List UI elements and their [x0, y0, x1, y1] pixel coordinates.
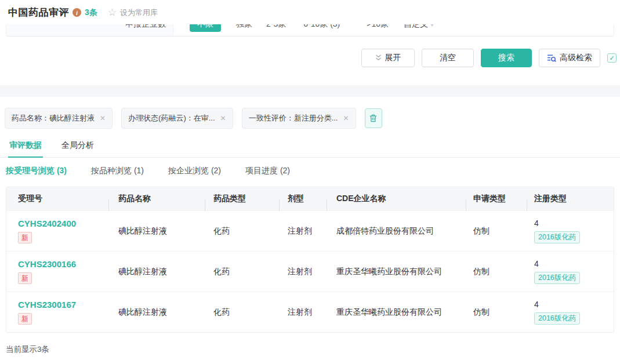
cell-acceptance: CYHS2300167 新	[6, 300, 108, 325]
filter-tag-status: 办理状态(药融云)：在审... ✕	[121, 108, 233, 129]
clear-all-filters-button[interactable]	[365, 108, 382, 128]
close-icon[interactable]: ✕	[343, 114, 349, 122]
cell-application-type: 仿制	[466, 267, 527, 277]
search-filter-panel: 申报企业数 不限 独家 2-5家 6-10家 (3) >10家 自定义 ▾	[6, 24, 614, 37]
filter-tag-label: 一致性评价：新注册分类...	[249, 113, 338, 123]
filter-option-custom[interactable]: 自定义	[404, 24, 428, 30]
page-title: 中国药品审评	[8, 6, 69, 19]
cell-company: 成都倍特药业股份有限公司	[327, 226, 466, 236]
check-icon: ✓	[609, 54, 614, 62]
filter-option-gt10[interactable]: >10家	[367, 24, 389, 30]
registration-number: 4	[534, 300, 614, 309]
col-dosage-form: 剂型	[279, 194, 327, 204]
close-icon[interactable]: ✕	[100, 114, 106, 122]
result-summary: 当前显示3条	[6, 344, 49, 355]
filter-option-any[interactable]: 不限	[190, 24, 221, 32]
cell-drug-name: 碘比醇注射液	[108, 267, 205, 277]
tab-review-data[interactable]: 审评数据	[8, 139, 43, 158]
acceptance-no-link[interactable]: CYHS2300167	[18, 300, 108, 310]
filter-option-2-5[interactable]: 2-5家	[266, 24, 286, 30]
new-badge: 新	[18, 232, 32, 243]
cell-company: 重庆圣华曦药业股份有限公司	[327, 307, 466, 318]
cell-application-type: 仿制	[466, 307, 527, 318]
cell-acceptance: CYHS2300166 新	[6, 259, 108, 284]
advanced-search-label: 高级检索	[560, 53, 592, 63]
active-filter-tags: 药品名称：碘比醇注射液 ✕ 办理状态(药融云)：在审... ✕ 一致性评价：新注…	[5, 108, 382, 129]
filter-option-6-10[interactable]: 6-10家 (3)	[303, 24, 340, 30]
cell-drug-name: 碘比醇注射液	[108, 226, 205, 236]
table-row: CYHS2300166 新 碘比醇注射液 化药 注射剂 重庆圣华曦药业股份有限公…	[6, 251, 614, 292]
cell-application-type: 仿制	[466, 226, 527, 236]
result-count-badge: 3条	[85, 8, 97, 18]
page: 中国药品审评 i 3条 ☆ 设为常用库 申报企业数 不限 独家 2-5家 6-1…	[0, 0, 620, 364]
filter-tag-consistency: 一致性评价：新注册分类... ✕	[242, 108, 356, 129]
table-row: CYHS2402400 新 碘比醇注射液 化药 注射剂 成都倍特药业股份有限公司…	[6, 210, 614, 251]
registration-badge: 2016版化药	[534, 312, 580, 325]
registration-number: 4	[534, 219, 614, 228]
subtab-project-progress[interactable]: 项目进度 (2)	[245, 166, 290, 176]
result-checkbox[interactable]: ✓	[607, 53, 617, 63]
col-cde-company: CDE企业名称	[327, 194, 466, 204]
cell-drug-type: 化药	[205, 307, 279, 318]
toolbar: 展开 清空 搜索 高级检索 ✓	[361, 49, 617, 67]
section-divider-band	[0, 85, 620, 97]
filter-tag-label: 药品名称：碘比醇注射液	[12, 113, 95, 123]
clear-label: 清空	[440, 53, 456, 63]
close-icon[interactable]: ✕	[220, 114, 226, 122]
info-icon[interactable]: i	[72, 8, 81, 17]
cell-drug-name: 碘比醇注射液	[108, 307, 205, 318]
cell-registration-type: 4 2016版化药	[527, 219, 614, 243]
search-label: 搜索	[498, 53, 514, 63]
trash-icon	[369, 114, 377, 122]
advanced-search-icon	[547, 54, 556, 62]
filter-tag-label: 办理状态(药融云)：在审...	[128, 113, 215, 123]
cell-dosage-form: 注射剂	[279, 307, 327, 318]
title-bar: 中国药品审评 i 3条 ☆ 设为常用库	[8, 6, 158, 19]
new-badge: 新	[18, 272, 32, 284]
filter-tag-drug-name: 药品名称：碘比醇注射液 ✕	[5, 108, 113, 129]
col-drug-type: 药品类型	[205, 194, 279, 204]
col-registration-type: 注册类型	[527, 194, 614, 204]
col-drug-name: 药品名称	[108, 194, 205, 204]
cell-company: 重庆圣华曦药业股份有限公司	[327, 267, 466, 277]
filter-row-label: 申报企业数	[6, 24, 173, 37]
cell-dosage-form: 注射剂	[279, 226, 327, 236]
col-acceptance-no: 受理号	[6, 194, 108, 204]
cell-registration-type: 4 2016版化药	[527, 300, 614, 325]
col-application-type: 申请类型	[466, 194, 527, 204]
cell-acceptance: CYHS2402400 新	[6, 219, 108, 243]
table-header: 受理号 药品名称 药品类型 剂型 CDE企业名称 申请类型 注册类型	[6, 187, 614, 210]
main-tabs: 审评数据 全局分析	[0, 139, 620, 158]
sub-tabs: 按受理号浏览 (3) 按品种浏览 (1) 按企业浏览 (2) 项目进度 (2)	[6, 166, 290, 176]
results-table: 受理号 药品名称 药品类型 剂型 CDE企业名称 申请类型 注册类型 CYHS2…	[6, 187, 614, 333]
filter-option-exclusive[interactable]: 独家	[236, 24, 252, 30]
tab-global-analysis[interactable]: 全局分析	[60, 139, 95, 157]
expand-label: 展开	[385, 53, 401, 63]
table-row: CYHS2300167 新 碘比醇注射液 化药 注射剂 重庆圣华曦药业股份有限公…	[6, 292, 614, 332]
cell-dosage-form: 注射剂	[279, 267, 327, 277]
cell-drug-type: 化药	[205, 267, 279, 277]
acceptance-no-link[interactable]: CYHS2402400	[18, 219, 108, 228]
subtab-by-variety[interactable]: 按品种浏览 (1)	[91, 166, 144, 176]
acceptance-no-link[interactable]: CYHS2300166	[18, 259, 108, 269]
set-favorite-label[interactable]: 设为常用库	[120, 8, 158, 18]
registration-badge: 2016版化药	[534, 231, 580, 243]
filter-options: 不限 独家 2-5家 6-10家 (3) >10家 自定义 ▾	[173, 24, 434, 32]
expand-button[interactable]: 展开	[361, 49, 415, 67]
registration-badge: 2016版化药	[534, 272, 580, 284]
clear-button[interactable]: 清空	[422, 49, 474, 67]
search-button[interactable]: 搜索	[481, 49, 532, 67]
cell-drug-type: 化药	[205, 226, 279, 236]
cell-registration-type: 4 2016版化药	[527, 259, 614, 284]
chevron-down-icon: ▾	[430, 24, 434, 28]
star-icon[interactable]: ☆	[108, 8, 117, 17]
subtab-by-acceptance-no[interactable]: 按受理号浏览 (3)	[6, 166, 67, 176]
advanced-search-button[interactable]: 高级检索	[539, 49, 600, 67]
new-badge: 新	[18, 313, 32, 325]
double-chevron-down-icon	[375, 54, 382, 61]
registration-number: 4	[534, 259, 614, 268]
subtab-by-company[interactable]: 按企业浏览 (2)	[168, 166, 221, 176]
filter-row-company-count: 申报企业数 不限 独家 2-5家 6-10家 (3) >10家 自定义 ▾	[6, 24, 614, 37]
